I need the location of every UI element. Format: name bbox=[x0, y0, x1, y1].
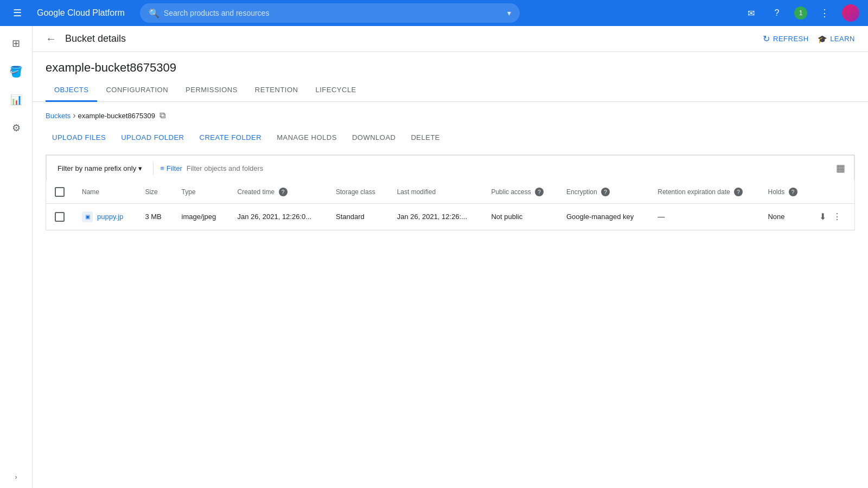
sidebar-expand-icon[interactable]: › bbox=[3, 471, 29, 484]
refresh-button[interactable]: ↻ REFRESH bbox=[763, 34, 809, 44]
breadcrumb-separator: › bbox=[73, 111, 75, 120]
search-bar: 🔍 ▾ bbox=[140, 3, 520, 23]
page-header: ← Bucket details ↻ REFRESH 🎓 LEARN bbox=[33, 26, 868, 52]
table-container: Filter by name prefix only ▾ ≡ Filter ▦ bbox=[46, 155, 855, 230]
tabs: OBJECTS CONFIGURATION PERMISSIONS RETENT… bbox=[33, 79, 868, 102]
breadcrumb: Buckets › example-bucket8675309 ⧉ bbox=[46, 111, 855, 120]
filter-prefix-label: Filter by name prefix only bbox=[58, 164, 136, 172]
retention-help-icon[interactable]: ? bbox=[734, 188, 743, 196]
delete-button[interactable]: DELETE bbox=[404, 129, 446, 146]
more-row-options-button[interactable]: ⋮ bbox=[832, 210, 843, 223]
filter-label: ≡ Filter bbox=[160, 164, 182, 172]
top-nav-actions: ✉ ? 1 ⋮ bbox=[742, 4, 859, 22]
bucket-name: example-bucket8675309 bbox=[46, 61, 855, 75]
download-button[interactable]: DOWNLOAD bbox=[346, 129, 403, 146]
column-type: Type bbox=[173, 181, 229, 204]
row-holds-cell: None bbox=[759, 204, 809, 230]
download-row-button[interactable]: ⬇ bbox=[818, 210, 827, 223]
avatar[interactable] bbox=[842, 4, 859, 22]
objects-table: Name Size Type Created time ? bbox=[46, 181, 854, 230]
search-expand-icon: ▾ bbox=[507, 9, 511, 17]
public-access-help-icon[interactable]: ? bbox=[535, 188, 544, 196]
filter-divider bbox=[153, 162, 154, 175]
sidebar-icon-grid[interactable]: ⊞ bbox=[3, 30, 29, 56]
column-encryption: Encryption ? bbox=[558, 181, 649, 204]
row-name-cell: ▣ puppy.jp bbox=[73, 204, 136, 230]
back-button[interactable]: ← bbox=[46, 33, 56, 45]
notification-badge[interactable]: 1 bbox=[794, 7, 807, 20]
column-name: Name bbox=[73, 181, 136, 204]
row-size-cell: 3 MB bbox=[136, 204, 173, 230]
column-checkbox bbox=[46, 181, 73, 204]
column-storage-class: Storage class bbox=[327, 181, 388, 204]
column-size: Size bbox=[136, 181, 173, 204]
column-created-time: Created time ? bbox=[228, 181, 327, 204]
sidebar-icon-storage[interactable]: 🪣 bbox=[3, 59, 29, 85]
action-bar: UPLOAD FILES UPLOAD FOLDER CREATE FOLDER… bbox=[46, 129, 855, 146]
sidebar-icon-analytics[interactable]: 📊 bbox=[3, 87, 29, 113]
density-icon[interactable]: ▦ bbox=[834, 160, 847, 176]
page-title: Bucket details bbox=[65, 33, 126, 44]
created-time-help-icon[interactable]: ? bbox=[279, 188, 288, 196]
copy-icon[interactable]: ⧉ bbox=[159, 111, 165, 120]
holds-help-icon[interactable]: ? bbox=[789, 188, 797, 196]
create-folder-button[interactable]: CREATE FOLDER bbox=[193, 129, 269, 146]
email-icon[interactable]: ✉ bbox=[742, 4, 760, 22]
search-input[interactable] bbox=[164, 9, 503, 17]
filter-input[interactable] bbox=[187, 164, 827, 172]
sidebar-icon-settings[interactable]: ⚙ bbox=[3, 115, 29, 141]
column-row-actions bbox=[809, 181, 854, 204]
file-type-icon: ▣ bbox=[82, 211, 93, 222]
menu-icon[interactable]: ☰ bbox=[9, 4, 26, 22]
tab-lifecycle[interactable]: LIFECYCLE bbox=[307, 79, 365, 102]
app-title: Google Cloud Platform bbox=[37, 8, 125, 18]
help-icon[interactable]: ? bbox=[768, 4, 786, 22]
file-name-link[interactable]: ▣ puppy.jp bbox=[82, 211, 127, 222]
tab-retention[interactable]: RETENTION bbox=[246, 79, 307, 102]
learn-icon: 🎓 bbox=[818, 35, 827, 43]
refresh-icon: ↻ bbox=[763, 34, 770, 44]
breadcrumb-parent[interactable]: Buckets bbox=[46, 112, 71, 120]
upload-folder-button[interactable]: UPLOAD FOLDER bbox=[114, 129, 190, 146]
tab-objects[interactable]: OBJECTS bbox=[46, 79, 97, 102]
filter-prefix-button[interactable]: Filter by name prefix only ▾ bbox=[53, 162, 146, 175]
sidebar: ⊞ 🪣 📊 ⚙ › bbox=[0, 26, 33, 488]
bucket-name-section: example-bucket8675309 bbox=[33, 52, 868, 75]
row-action-buttons: ⬇ ⋮ bbox=[818, 210, 846, 223]
row-checkbox[interactable] bbox=[55, 212, 65, 222]
breadcrumb-current: example-bucket8675309 bbox=[78, 112, 155, 120]
top-navigation: ☰ Google Cloud Platform 🔍 ▾ ✉ ? 1 ⋮ bbox=[0, 0, 868, 26]
filter-bar: Filter by name prefix only ▾ ≡ Filter ▦ bbox=[46, 155, 854, 181]
tab-configuration[interactable]: CONFIGURATION bbox=[97, 79, 177, 102]
column-public-access: Public access ? bbox=[482, 181, 558, 204]
column-last-modified: Last modified bbox=[388, 181, 483, 204]
main-content: ← Bucket details ↻ REFRESH 🎓 LEARN examp… bbox=[33, 26, 868, 488]
filter-input-group: ≡ Filter bbox=[160, 164, 827, 172]
learn-button[interactable]: 🎓 LEARN bbox=[818, 34, 855, 44]
row-created-time-cell: Jan 26, 2021, 12:26:0... bbox=[228, 204, 327, 230]
tab-permissions[interactable]: PERMISSIONS bbox=[177, 79, 246, 102]
table-header-row: Name Size Type Created time ? bbox=[46, 181, 854, 204]
encryption-help-icon[interactable]: ? bbox=[601, 188, 610, 196]
search-icon: 🔍 bbox=[149, 8, 159, 18]
table-row: ▣ puppy.jp 3 MB image/jpeg Jan 26, 2021,… bbox=[46, 204, 854, 230]
row-checkbox-cell bbox=[46, 204, 73, 230]
row-actions-cell: ⬇ ⋮ bbox=[809, 204, 854, 230]
row-public-access-cell: Not public bbox=[482, 204, 558, 230]
upload-files-button[interactable]: UPLOAD FILES bbox=[46, 129, 112, 146]
content-area: Buckets › example-bucket8675309 ⧉ UPLOAD… bbox=[33, 102, 868, 239]
row-storage-class-cell: Standard bbox=[327, 204, 388, 230]
filter-icon: ≡ bbox=[160, 164, 164, 172]
more-options-icon[interactable]: ⋮ bbox=[816, 4, 833, 22]
filter-dropdown-icon: ▾ bbox=[138, 164, 142, 172]
row-last-modified-cell: Jan 26, 2021, 12:26:... bbox=[388, 204, 483, 230]
header-actions: ↻ REFRESH 🎓 LEARN bbox=[763, 34, 855, 44]
select-all-checkbox[interactable] bbox=[55, 187, 65, 197]
row-retention-cell: — bbox=[649, 204, 759, 230]
column-retention-expiration: Retention expiration date ? bbox=[649, 181, 759, 204]
row-type-cell: image/jpeg bbox=[173, 204, 229, 230]
row-encryption-cell: Google-managed key bbox=[558, 204, 649, 230]
column-holds: Holds ? bbox=[759, 181, 809, 204]
manage-holds-button[interactable]: MANAGE HOLDS bbox=[270, 129, 343, 146]
